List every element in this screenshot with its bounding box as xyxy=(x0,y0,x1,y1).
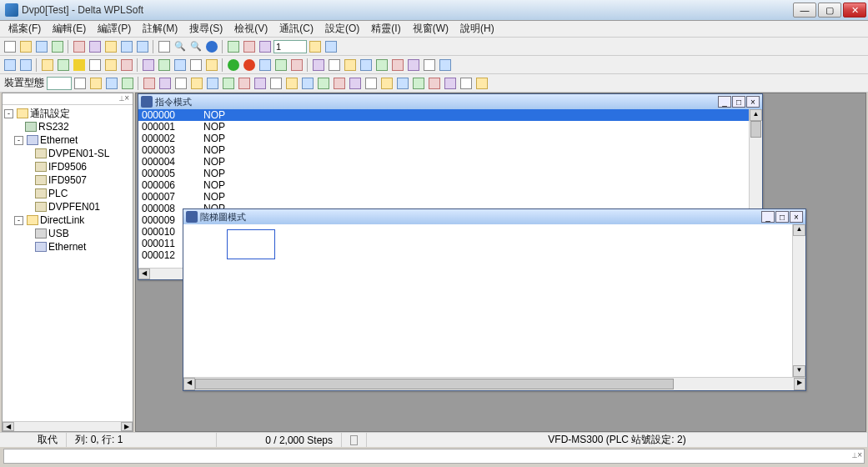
tb3-icon[interactable] xyxy=(189,76,204,91)
tb2-icon[interactable] xyxy=(103,58,118,73)
tb3-icon[interactable] xyxy=(332,76,347,91)
tb2-icon[interactable] xyxy=(141,58,156,73)
tb-go-icon[interactable] xyxy=(308,39,323,54)
tb2-icon[interactable] xyxy=(40,58,55,73)
tb2-icon[interactable] xyxy=(204,58,219,73)
expand-icon[interactable]: - xyxy=(14,216,23,225)
tree-item[interactable]: Ethernet xyxy=(4,240,131,254)
instruction-row[interactable]: 000001NOP xyxy=(138,121,749,133)
scroll-left-icon[interactable]: ◀ xyxy=(3,422,14,431)
window-maximize-button[interactable]: ▢ xyxy=(818,3,841,18)
tb-next-icon[interactable] xyxy=(324,39,339,54)
tb-zoom-in-icon[interactable]: 🔍 xyxy=(173,39,188,54)
instruction-row[interactable]: 000006NOP xyxy=(138,179,749,191)
tb2-icon[interactable] xyxy=(18,58,33,73)
hscrollbar[interactable]: ◀ ▶ xyxy=(183,377,805,390)
tb3-icon[interactable] xyxy=(284,76,299,91)
menu-setting[interactable]: 設定(O) xyxy=(320,20,364,38)
tb3-icon[interactable] xyxy=(142,76,157,91)
tb-zoom-out-icon[interactable]: 🔍 xyxy=(188,39,203,54)
window-close-button[interactable]: ✕ xyxy=(843,3,866,18)
scroll-up-icon[interactable]: ▲ xyxy=(793,224,805,236)
menu-file[interactable]: 檔案(F) xyxy=(3,20,46,38)
menu-window[interactable]: 視窗(W) xyxy=(408,20,454,38)
scroll-right-icon[interactable]: ▶ xyxy=(794,378,805,390)
tb3-icon[interactable] xyxy=(427,76,442,91)
tb3-icon[interactable] xyxy=(120,76,135,91)
tb2-icon[interactable] xyxy=(3,58,18,73)
menu-edit[interactable]: 編輯(E) xyxy=(48,20,91,38)
tree-item[interactable]: PLC xyxy=(4,187,131,200)
tb2-icon[interactable] xyxy=(188,58,203,73)
instruction-row[interactable]: 000000NOP xyxy=(138,109,749,121)
tree-item[interactable]: DVPFEN01 xyxy=(4,200,131,213)
tb3-icon[interactable] xyxy=(348,76,363,91)
instruction-row[interactable]: 000004NOP xyxy=(138,156,749,168)
tb2-icon[interactable] xyxy=(406,58,421,73)
menu-compile[interactable]: 編譯(P) xyxy=(93,20,136,38)
expand-icon[interactable]: - xyxy=(14,136,23,145)
tb3-icon[interactable] xyxy=(205,76,220,91)
tb3-icon[interactable] xyxy=(395,76,410,91)
tb2-icon[interactable] xyxy=(88,58,103,73)
tb2-icon[interactable] xyxy=(173,58,188,73)
scroll-right-icon[interactable]: ▶ xyxy=(121,422,133,431)
instruction-window-titlebar[interactable]: 指令模式 _ □ × xyxy=(138,94,762,109)
tb3-icon[interactable] xyxy=(104,76,119,91)
scroll-up-icon[interactable]: ▲ xyxy=(750,109,762,121)
tb3-icon[interactable] xyxy=(237,76,252,91)
tb3-icon[interactable] xyxy=(364,76,379,91)
tb2-icon[interactable] xyxy=(327,58,342,73)
win-maximize-button[interactable]: □ xyxy=(732,96,745,108)
tb3-icon[interactable] xyxy=(379,76,394,91)
scroll-thumb[interactable] xyxy=(750,121,761,138)
vscrollbar[interactable]: ▲ ▼ xyxy=(792,224,805,377)
tb2-icon[interactable] xyxy=(390,58,405,73)
tb3-icon[interactable] xyxy=(88,76,103,91)
scroll-left-icon[interactable]: ◀ xyxy=(183,378,195,390)
instruction-row[interactable]: 000003NOP xyxy=(138,144,749,156)
tb-save-icon[interactable] xyxy=(34,39,49,54)
tree-item[interactable]: IFD9506 xyxy=(4,160,131,173)
tree-item[interactable]: -DirectLink xyxy=(4,213,131,227)
tb3-icon[interactable] xyxy=(316,76,331,91)
menu-wizard[interactable]: 精靈(I) xyxy=(366,20,405,38)
instruction-row[interactable]: 000007NOP xyxy=(138,191,749,203)
win-minimize-button[interactable]: _ xyxy=(718,96,731,108)
tb-paste-icon[interactable] xyxy=(103,39,118,54)
tree-item[interactable]: USB xyxy=(4,227,131,240)
tb2-icon[interactable] xyxy=(56,58,71,73)
tb2-run-icon[interactable] xyxy=(226,58,241,73)
scroll-down-icon[interactable]: ▼ xyxy=(793,365,805,377)
tb3-icon[interactable] xyxy=(158,76,173,91)
tree-item[interactable]: IFD9507 xyxy=(4,173,131,187)
tb2-icon[interactable] xyxy=(438,58,453,73)
tb3-icon[interactable] xyxy=(300,76,315,91)
tb3-icon[interactable] xyxy=(443,76,458,91)
tree-item[interactable]: -Ethernet xyxy=(4,133,131,147)
tb2-icon[interactable] xyxy=(289,58,304,73)
win-minimize-button[interactable]: _ xyxy=(761,211,775,223)
tb-redo-icon[interactable] xyxy=(135,39,150,54)
tb2-icon[interactable] xyxy=(273,58,288,73)
ladder-window-titlebar[interactable]: 階梯圖模式 _ □ × xyxy=(183,209,805,224)
tb2-icon[interactable] xyxy=(343,58,358,73)
instruction-row[interactable]: 000005NOP xyxy=(138,168,749,179)
tb2-icon[interactable] xyxy=(311,58,326,73)
tb2-icon[interactable] xyxy=(422,58,437,73)
tb2-icon[interactable] xyxy=(258,58,273,73)
tb2-icon[interactable] xyxy=(374,58,389,73)
tb3-icon[interactable] xyxy=(268,76,283,91)
menu-comm[interactable]: 通訊(C) xyxy=(274,20,319,38)
tb-cut-icon[interactable] xyxy=(72,39,87,54)
tb3-icon[interactable] xyxy=(73,76,88,91)
tb2-icon[interactable] xyxy=(72,58,87,73)
win-close-button[interactable]: × xyxy=(746,96,760,108)
tb3-icon[interactable] xyxy=(474,76,489,91)
tb3-icon[interactable] xyxy=(459,76,474,91)
tb3-icon[interactable] xyxy=(221,76,236,91)
tb-zoom-fit-icon[interactable] xyxy=(157,39,172,54)
win-maximize-button[interactable]: □ xyxy=(775,211,789,223)
tb-step-input[interactable] xyxy=(273,40,307,53)
sidebar-hscroll[interactable]: ◀ ▶ xyxy=(3,421,133,431)
